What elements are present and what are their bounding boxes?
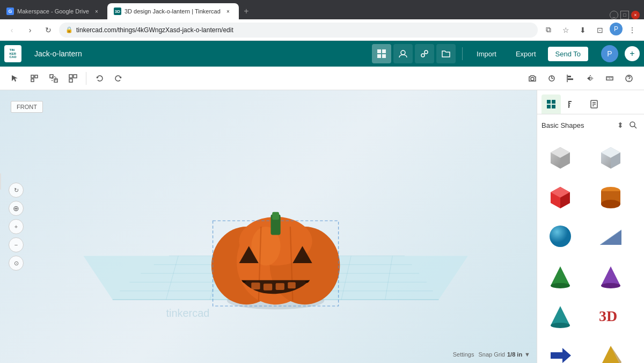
svg-point-6 bbox=[425, 50, 428, 54]
export-button[interactable]: Export bbox=[508, 47, 544, 61]
mirror-tool[interactable] bbox=[582, 70, 599, 87]
svg-marker-27 bbox=[591, 76, 594, 81]
panel-collapse-button[interactable]: › bbox=[0, 173, 1, 190]
svg-rect-17 bbox=[69, 79, 72, 82]
refresh-button[interactable]: ↻ bbox=[41, 23, 56, 38]
bookmark-button[interactable]: ☆ bbox=[558, 23, 573, 38]
svg-rect-16 bbox=[74, 75, 77, 78]
svg-rect-0 bbox=[377, 49, 381, 53]
group-tool[interactable] bbox=[45, 70, 62, 87]
app-topbar: TINKERCAD Jack-o-lantern Import Export S… bbox=[0, 41, 644, 67]
grid-icon bbox=[377, 49, 386, 59]
address-bar[interactable]: 🔒 tinkercad.com/things/4kGWngzXasd-jack-… bbox=[59, 23, 538, 38]
more-button[interactable]: ⋮ bbox=[625, 23, 640, 38]
ruler-tool[interactable] bbox=[601, 70, 618, 87]
svg-text:tinkercad: tinkercad bbox=[166, 307, 210, 319]
new-tab-button[interactable]: + bbox=[239, 3, 254, 19]
shapes-tab[interactable] bbox=[541, 95, 561, 114]
camera-tool[interactable] bbox=[524, 70, 541, 87]
shape-pyramid[interactable] bbox=[592, 337, 630, 363]
shape-sphere[interactable] bbox=[541, 217, 579, 255]
profile-button[interactable]: P bbox=[610, 23, 623, 35]
shape-cylinder[interactable] bbox=[592, 178, 630, 215]
folder-button[interactable] bbox=[436, 44, 456, 63]
avatar-add[interactable]: + bbox=[625, 46, 640, 61]
svg-rect-63 bbox=[276, 283, 284, 290]
svg-rect-9 bbox=[31, 75, 34, 78]
notes-tab[interactable] bbox=[584, 95, 604, 114]
svg-marker-100 bbox=[551, 348, 571, 363]
ungroup-tool[interactable] bbox=[64, 70, 82, 87]
redo-button[interactable] bbox=[110, 70, 127, 87]
extensions-button[interactable]: ⧉ bbox=[541, 23, 556, 38]
align-tool[interactable] bbox=[562, 70, 580, 87]
tab-makerspace[interactable]: G Makerspace - Google Drive × bbox=[0, 3, 107, 19]
shape-box-gray[interactable] bbox=[541, 138, 579, 176]
svg-point-18 bbox=[531, 77, 534, 81]
maximize-btn[interactable]: □ bbox=[620, 11, 629, 19]
snap-grid-dropdown[interactable]: ▼ bbox=[524, 351, 530, 358]
measure-tool[interactable] bbox=[543, 70, 560, 87]
shapes-grid: 3D bbox=[537, 136, 644, 363]
move-tool[interactable] bbox=[26, 70, 43, 87]
tools-button[interactable] bbox=[415, 44, 434, 63]
tab-manager-button[interactable]: ⊡ bbox=[592, 23, 608, 38]
svg-marker-97 bbox=[551, 306, 570, 325]
align-icon bbox=[567, 74, 575, 83]
view-tools bbox=[524, 70, 638, 87]
svg-point-89 bbox=[550, 226, 571, 247]
svg-rect-23 bbox=[568, 78, 573, 80]
import-button[interactable]: Import bbox=[469, 47, 504, 61]
shape-wedge[interactable] bbox=[592, 217, 630, 255]
shape-cone-green[interactable] bbox=[541, 257, 579, 295]
snap-grid-label: Snap Grid bbox=[478, 351, 505, 358]
app-container: TINKERCAD Jack-o-lantern Import Export S… bbox=[0, 41, 644, 363]
ruler-tab[interactable] bbox=[563, 95, 582, 114]
tab-close-1[interactable]: × bbox=[92, 7, 101, 16]
helper-tool[interactable] bbox=[620, 70, 638, 87]
undo-button[interactable] bbox=[91, 70, 108, 87]
group-icon bbox=[49, 74, 58, 83]
ruler-icon bbox=[605, 74, 614, 83]
svg-point-5 bbox=[421, 54, 425, 57]
pointer-tool[interactable] bbox=[6, 70, 24, 87]
panel-dropdown-arrow[interactable]: ⬍ bbox=[617, 121, 624, 129]
shape-cone-purple[interactable] bbox=[592, 257, 630, 295]
svg-marker-26 bbox=[587, 76, 590, 81]
community-icon bbox=[398, 49, 408, 59]
shape-text[interactable]: 3D bbox=[592, 297, 630, 335]
undo-icon bbox=[95, 74, 104, 83]
url-text: tinkercad.com/things/4kGWngzXasd-jack-o-… bbox=[76, 26, 531, 34]
snap-grid-control[interactable]: Snap Grid 1/8 in ▼ bbox=[478, 351, 530, 358]
grid-view-button[interactable] bbox=[372, 44, 391, 63]
browser-toolbar: ‹ › ↻ 🔒 tinkercad.com/things/4kGWngzXasd… bbox=[0, 19, 644, 41]
svg-rect-1 bbox=[382, 49, 386, 53]
svg-point-33 bbox=[628, 80, 630, 81]
back-button[interactable]: ‹ bbox=[4, 23, 19, 38]
svg-point-98 bbox=[551, 323, 570, 328]
panel-search-button[interactable] bbox=[627, 119, 640, 132]
forward-button[interactable]: › bbox=[23, 23, 38, 38]
measure-icon bbox=[547, 74, 556, 83]
minimize-btn[interactable]: _ bbox=[610, 11, 618, 19]
shape-cone-teal[interactable] bbox=[541, 297, 579, 335]
settings-label[interactable]: Settings bbox=[453, 351, 474, 358]
sendto-button[interactable]: Send To bbox=[548, 47, 588, 61]
svg-marker-95 bbox=[601, 266, 620, 286]
svg-rect-62 bbox=[264, 284, 272, 291]
shape-arrow[interactable] bbox=[541, 337, 579, 363]
download-button[interactable]: ⬇ bbox=[575, 23, 590, 38]
pumpkin bbox=[211, 212, 340, 306]
svg-rect-65 bbox=[547, 100, 551, 104]
shape-box-red[interactable] bbox=[541, 178, 579, 215]
community-button[interactable] bbox=[393, 44, 413, 63]
viewport[interactable]: FRONT ↻ ⊕ + − ⊙ bbox=[0, 90, 537, 363]
redo-icon bbox=[114, 74, 123, 83]
bottom-bar: Settings Snap Grid 1/8 in ▼ bbox=[0, 346, 537, 363]
tab-close-2[interactable]: × bbox=[224, 7, 232, 16]
shape-box-silver[interactable] bbox=[592, 138, 630, 176]
tools-icon bbox=[420, 49, 429, 59]
tab-tinkercad[interactable]: 3D 3D design Jack-o-lantern | Tinkercad … bbox=[107, 3, 239, 19]
user-avatar[interactable]: P bbox=[601, 45, 618, 62]
close-btn[interactable]: × bbox=[631, 11, 640, 19]
